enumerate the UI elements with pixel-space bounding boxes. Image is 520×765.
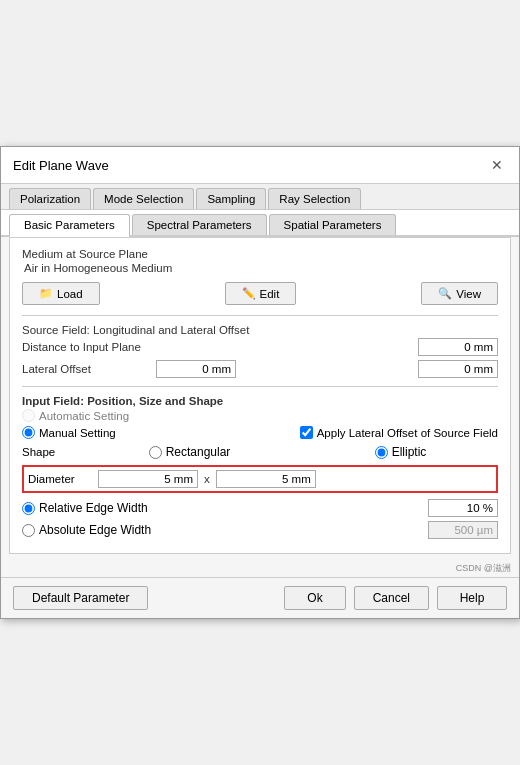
diameter-label: Diameter [28, 473, 98, 485]
lateral-input-2[interactable] [418, 360, 498, 378]
tabs-row-1: Polarization Mode Selection Sampling Ray… [1, 184, 519, 210]
auto-setting-label: Automatic Setting [39, 410, 129, 422]
diameter-row: Diameter x [22, 465, 498, 493]
edit-button[interactable]: Edit [225, 282, 297, 305]
manual-setting-radio-group: Manual Setting [22, 426, 116, 439]
absolute-edge-input[interactable] [428, 521, 498, 539]
footer: Default Parameter Ok Cancel Help [1, 577, 519, 618]
load-icon [39, 287, 53, 300]
diameter-input-1[interactable] [98, 470, 198, 488]
medium-buttons-row: Load Edit View [22, 282, 498, 305]
shape-label: Shape [22, 446, 92, 458]
x-separator: x [204, 473, 210, 485]
tab-spectral-parameters[interactable]: Spectral Parameters [132, 214, 267, 235]
tab-ray-selection[interactable]: Ray Selection [268, 188, 361, 209]
cancel-button[interactable]: Cancel [354, 586, 429, 610]
tab-container: Polarization Mode Selection Sampling Ray… [1, 184, 519, 237]
manual-setting-label: Manual Setting [39, 427, 116, 439]
rectangular-radio[interactable] [149, 446, 162, 459]
footer-right-buttons: Ok Cancel Help [284, 586, 507, 610]
view-icon [438, 287, 452, 300]
relative-edge-radio-group: Relative Edge Width [22, 501, 428, 515]
auto-setting-row: Automatic Setting [22, 409, 498, 422]
relative-edge-radio[interactable] [22, 502, 35, 515]
medium-value: Air in Homogeneous Medium [22, 262, 498, 274]
view-button[interactable]: View [421, 282, 498, 305]
watermark: CSDN @滋洲 [1, 562, 519, 577]
source-field-section: Source Field: Longitudinal and Lateral O… [22, 324, 498, 378]
distance-label: Distance to Input Plane [22, 341, 152, 353]
absolute-edge-row: Absolute Edge Width [22, 521, 498, 539]
relative-edge-row: Relative Edge Width [22, 499, 498, 517]
manual-setting-radio[interactable] [22, 426, 35, 439]
medium-section-label: Medium at Source Plane [22, 248, 498, 260]
relative-edge-label: Relative Edge Width [39, 501, 148, 515]
absolute-edge-radio-group: Absolute Edge Width [22, 523, 428, 537]
main-content: Medium at Source Plane Air in Homogeneou… [9, 237, 511, 554]
relative-edge-input[interactable] [428, 499, 498, 517]
absolute-edge-radio[interactable] [22, 524, 35, 537]
diameter-inputs: x [98, 470, 492, 488]
rectangular-label: Rectangular [166, 445, 231, 459]
apply-lateral-checkbox[interactable] [300, 426, 313, 439]
title-bar: Edit Plane Wave ✕ [1, 147, 519, 184]
tab-spatial-parameters[interactable]: Spatial Parameters [269, 214, 397, 235]
ok-button[interactable]: Ok [284, 586, 345, 610]
elliptic-radio[interactable] [375, 446, 388, 459]
help-button[interactable]: Help [437, 586, 507, 610]
default-parameter-button[interactable]: Default Parameter [13, 586, 148, 610]
lateral-label: Lateral Offset [22, 363, 152, 375]
tab-basic-parameters[interactable]: Basic Parameters [9, 214, 130, 237]
medium-section: Medium at Source Plane Air in Homogeneou… [22, 248, 498, 274]
distance-input[interactable] [418, 338, 498, 356]
rectangular-option: Rectangular [92, 445, 287, 459]
tab-polarization[interactable]: Polarization [9, 188, 91, 209]
tab-sampling[interactable]: Sampling [196, 188, 266, 209]
auto-setting-radio[interactable] [22, 409, 35, 422]
shape-row: Shape Rectangular Elliptic [22, 445, 498, 459]
shape-options: Rectangular Elliptic [92, 445, 498, 459]
close-button[interactable]: ✕ [487, 155, 507, 175]
divider-2 [22, 386, 498, 387]
source-field-label: Source Field: Longitudinal and Lateral O… [22, 324, 498, 336]
distance-row: Distance to Input Plane [22, 338, 498, 356]
lateral-row: Lateral Offset [22, 360, 498, 378]
divider-1 [22, 315, 498, 316]
lateral-input-1[interactable] [156, 360, 236, 378]
manual-setting-row: Manual Setting Apply Lateral Offset of S… [22, 426, 498, 439]
load-button[interactable]: Load [22, 282, 100, 305]
elliptic-label: Elliptic [392, 445, 427, 459]
dialog-title: Edit Plane Wave [13, 158, 109, 173]
absolute-edge-label: Absolute Edge Width [39, 523, 151, 537]
tabs-row-2: Basic Parameters Spectral Parameters Spa… [1, 210, 519, 237]
apply-lateral-row: Apply Lateral Offset of Source Field [300, 426, 498, 439]
edit-icon [242, 287, 256, 300]
input-field-section: Input Field: Position, Size and Shape Au… [22, 395, 498, 539]
tab-mode-selection[interactable]: Mode Selection [93, 188, 194, 209]
apply-lateral-label: Apply Lateral Offset of Source Field [317, 427, 498, 439]
diameter-input-2[interactable] [216, 470, 316, 488]
input-field-section-label: Input Field: Position, Size and Shape [22, 395, 498, 407]
elliptic-option: Elliptic [303, 445, 498, 459]
edit-plane-wave-dialog: Edit Plane Wave ✕ Polarization Mode Sele… [0, 146, 520, 619]
